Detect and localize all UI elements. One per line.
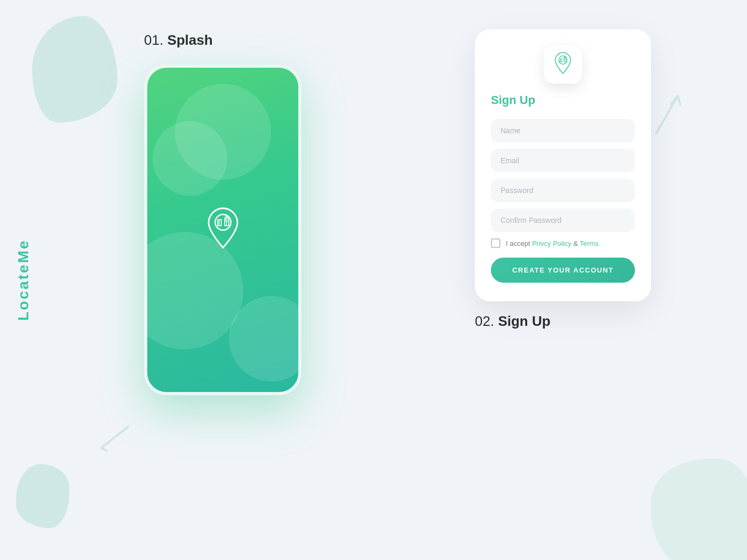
privacy-policy-link[interactable]: Privcy Policy xyxy=(532,239,571,247)
svg-rect-23 xyxy=(565,59,566,60)
accept-terms-row: I accept Privcy Policy & Terms xyxy=(491,238,635,248)
email-input[interactable] xyxy=(491,149,635,172)
svg-rect-20 xyxy=(564,58,565,59)
svg-rect-7 xyxy=(225,219,226,220)
password-input[interactable] xyxy=(491,179,635,202)
signup-card: Sign Up I accept Privcy Policy & Terms C… xyxy=(475,29,651,301)
left-panel: 01. Splash xyxy=(144,32,325,395)
svg-rect-4 xyxy=(218,223,219,224)
signup-title: Sign Up xyxy=(491,93,635,107)
app-pin-icon-large xyxy=(199,205,247,255)
svg-rect-16 xyxy=(561,59,561,60)
signup-section-label: 02. Sign Up xyxy=(475,313,651,330)
accept-text: I accept Privcy Policy & Terms xyxy=(506,239,599,247)
card-logo-box xyxy=(544,45,582,84)
svg-rect-21 xyxy=(565,58,566,59)
brand-name: LocateMe xyxy=(15,239,32,321)
confirm-password-input[interactable] xyxy=(491,209,635,232)
name-input[interactable] xyxy=(491,119,635,142)
accept-checkbox[interactable] xyxy=(491,238,500,248)
arrow-right-decoration xyxy=(646,85,688,139)
splash-label: 01. Splash xyxy=(144,32,325,49)
svg-rect-17 xyxy=(561,60,561,61)
svg-rect-8 xyxy=(227,219,228,220)
app-pin-icon-small xyxy=(550,51,576,78)
card-logo-container xyxy=(491,45,635,84)
right-panel: Sign Up I accept Privcy Policy & Terms C… xyxy=(475,29,651,330)
svg-rect-22 xyxy=(564,59,565,60)
svg-rect-3 xyxy=(218,221,219,222)
phone-mockup xyxy=(144,65,301,395)
phone-circle-4 xyxy=(153,121,227,196)
svg-rect-9 xyxy=(225,221,226,222)
arrow-left-decoration xyxy=(91,421,133,453)
blob-bottom-left xyxy=(16,464,69,528)
terms-link[interactable]: Terms xyxy=(580,239,599,247)
create-account-button[interactable]: CREATE YOUR ACCOUNT xyxy=(491,258,635,283)
svg-rect-10 xyxy=(227,221,228,222)
svg-rect-14 xyxy=(560,59,562,62)
blob-top-left xyxy=(32,16,117,123)
blob-bottom-right xyxy=(651,459,747,560)
phone-logo xyxy=(199,205,247,255)
